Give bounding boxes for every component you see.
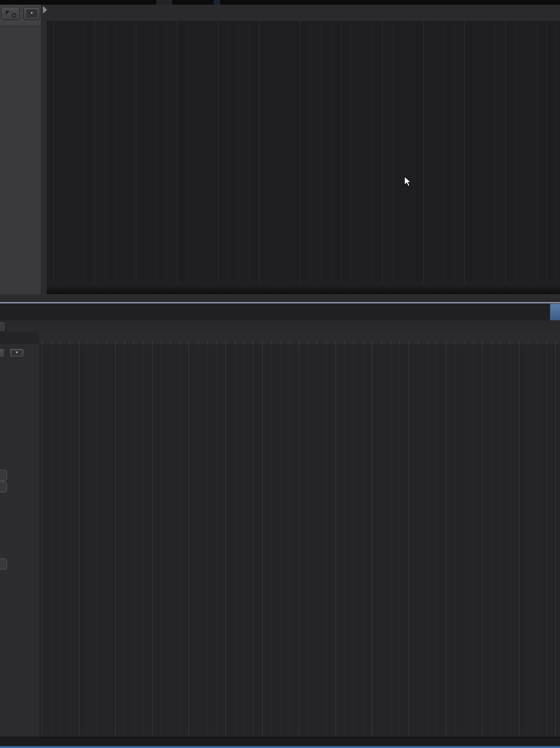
- tool-flag-icon: [6, 11, 10, 15]
- track-list: [0, 26, 41, 294]
- piano-keyboard: [14, 363, 36, 737]
- arrange-bottom-strip: [47, 282, 560, 294]
- mouse-cursor: [404, 176, 412, 189]
- vertical-scroll-thumb[interactable]: [550, 303, 560, 321]
- piano-roll-catch-button[interactable]: ▼: [9, 348, 24, 358]
- partial-toolbar-button[interactable]: [0, 322, 6, 332]
- piano-roll-left-panel: ▼: [0, 344, 39, 737]
- divider-dark-band: [0, 303, 560, 320]
- window-bottom-edge: [0, 746, 560, 748]
- side-bracket-button[interactable]: [0, 470, 7, 481]
- track-header-toolbar: ▼: [0, 5, 47, 26]
- triangle-down-icon: ▼: [26, 9, 37, 18]
- arrange-grid[interactable]: [47, 21, 560, 282]
- side-bracket-button[interactable]: [0, 481, 7, 493]
- piano-roll-ruler[interactable]: [39, 332, 560, 345]
- tool-menu-button[interactable]: [1, 7, 20, 20]
- catch-button[interactable]: ▼: [23, 7, 40, 20]
- side-bracket-button[interactable]: [0, 558, 7, 570]
- partial-button[interactable]: [0, 348, 5, 358]
- piano-roll-grid[interactable]: [39, 344, 560, 737]
- triangle-down-icon: ▼: [12, 350, 22, 356]
- daw-window: ▼ ▼: [0, 0, 560, 748]
- tool-circle-icon: [12, 13, 16, 18]
- top-strip-segment-blue: [214, 0, 220, 5]
- top-strip: [0, 0, 560, 5]
- piano-roll-toolbar: [0, 320, 560, 333]
- piano-roll-ruler-corner: [0, 332, 39, 344]
- track-header-column: ▼: [0, 5, 47, 294]
- playhead-marker[interactable]: [43, 6, 47, 14]
- arrange-ruler[interactable]: [47, 5, 560, 21]
- horizontal-scrollbar[interactable]: [0, 737, 560, 747]
- top-strip-segment: [156, 0, 172, 5]
